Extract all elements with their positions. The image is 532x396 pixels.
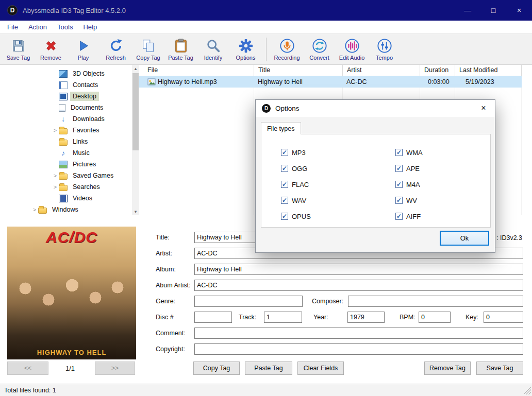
tab-file-types[interactable]: File types — [261, 122, 301, 134]
tree-item-3d-objects[interactable]: 3D Objects — [52, 68, 139, 79]
album-art-band-logo: AC/DC — [7, 229, 136, 246]
tree-item-windows[interactable]: > Windows — [31, 204, 139, 215]
tree-item-videos[interactable]: Videos — [52, 193, 139, 204]
tempo-button[interactable]: Tempo — [368, 35, 401, 64]
maximize-button[interactable]: □ — [480, 0, 506, 21]
ok-button[interactable]: Ok — [440, 231, 489, 246]
remove-button[interactable]: Remove — [35, 35, 67, 64]
downloads-icon: ↓ — [59, 115, 68, 123]
checkbox-ogg[interactable]: ✓ OGG — [281, 164, 307, 173]
windows-folder-icon — [38, 208, 47, 214]
expander-icon[interactable]: > — [31, 206, 38, 213]
column-header-file[interactable]: File — [139, 65, 254, 76]
key-label: Key: — [466, 314, 478, 321]
resize-grip[interactable] — [524, 387, 531, 394]
checkbox-wav[interactable]: ✓ WAV — [281, 196, 306, 204]
save-tag-button[interactable]: Save Tag — [2, 35, 35, 64]
minimize-button[interactable]: — — [455, 0, 480, 21]
tree-item-saved-games[interactable]: > Saved Games — [52, 170, 139, 181]
play-button[interactable]: Play — [67, 35, 99, 64]
column-header-duration[interactable]: Duration — [420, 65, 455, 76]
recording-button[interactable]: Recording — [271, 35, 303, 64]
disc-input[interactable] — [194, 312, 232, 323]
file-name-cell: Highway to Hell.mp3 — [158, 78, 217, 85]
checkbox-ape[interactable]: ✓ APE — [395, 164, 420, 173]
checkbox-checked-icon: ✓ — [395, 181, 403, 188]
checkbox-wma[interactable]: ✓ WMA — [395, 148, 423, 157]
remove-tag-action-button[interactable]: Remove Tag — [424, 361, 471, 375]
tree-item-links[interactable]: Links — [52, 136, 139, 147]
tree-item-desktop[interactable]: Desktop — [52, 91, 139, 102]
menu-action[interactable]: Action — [23, 21, 52, 33]
checkbox-wv[interactable]: ✓ WV — [395, 196, 417, 204]
checkbox-mp3[interactable]: ✓ MP3 — [281, 148, 306, 157]
tree-item-favorites[interactable]: > Favorites — [52, 125, 139, 136]
tree-item-contacts[interactable]: Contacts — [52, 79, 139, 91]
close-button[interactable]: × — [506, 0, 532, 21]
convert-button[interactable]: Convert — [303, 35, 336, 64]
file-row-selected[interactable]: Highway to Hell.mp3 Highway to Hell AC-D… — [139, 76, 522, 88]
expander-icon[interactable]: > — [52, 173, 59, 179]
expander-icon[interactable]: > — [52, 184, 59, 190]
scrollbar-thumb[interactable] — [132, 73, 139, 150]
tree-item-documents[interactable]: Documents — [52, 102, 139, 113]
identify-button[interactable]: Identify — [197, 35, 229, 64]
saved-games-folder-icon — [59, 174, 68, 180]
videos-icon — [59, 195, 68, 202]
scroll-up-icon[interactable]: ▴ — [132, 65, 139, 72]
tree-scrollbar[interactable]: ▴ ▾ — [132, 65, 139, 215]
tree-item-searches[interactable]: > Searches — [52, 181, 139, 193]
expander-icon[interactable]: > — [52, 127, 59, 133]
menu-tools[interactable]: Tools — [52, 21, 78, 33]
year-input[interactable] — [347, 312, 385, 323]
genre-input[interactable] — [194, 296, 303, 307]
refresh-button[interactable]: Refresh — [99, 35, 132, 64]
options-button[interactable]: Options — [229, 35, 262, 64]
comment-input[interactable] — [194, 328, 523, 339]
column-header-title[interactable]: Title — [254, 65, 343, 76]
duration-cell: 0:03:00 — [428, 78, 450, 85]
prev-file-button[interactable]: << — [7, 361, 48, 375]
album-art: AC/DC HIGHWAY TO HELL — [7, 227, 136, 359]
refresh-icon — [108, 38, 124, 54]
checkbox-flac[interactable]: ✓ FLAC — [281, 180, 309, 188]
tree-item-music[interactable]: ♪ Music — [52, 147, 139, 159]
paste-tag-action-button[interactable]: Paste Tag — [245, 361, 292, 375]
track-label: Track: — [239, 314, 256, 321]
copyright-input[interactable] — [194, 343, 523, 355]
options-icon — [238, 38, 254, 54]
remove-icon — [43, 38, 59, 54]
genre-label: Genre: — [156, 298, 175, 305]
next-file-button[interactable]: >> — [95, 361, 135, 375]
tree-item-pictures[interactable]: Pictures — [52, 159, 139, 170]
dialog-close-button[interactable]: × — [472, 100, 495, 116]
checkbox-aiff[interactable]: ✓ AIFF — [395, 212, 421, 220]
checkbox-opus[interactable]: ✓ OPUS — [281, 212, 311, 220]
folder-tree: 3D Objects Contacts Desktop Documents ↓ … — [0, 65, 139, 215]
paste-tag-button[interactable]: Paste Tag — [164, 35, 197, 64]
tree-item-downloads[interactable]: ↓ Downloads — [52, 113, 139, 125]
key-input[interactable] — [484, 312, 523, 323]
checkbox-checked-icon: ✓ — [281, 165, 288, 172]
edit-audio-button[interactable]: Edit Audio — [336, 35, 368, 64]
recording-icon — [279, 38, 295, 54]
album-input[interactable] — [194, 264, 523, 275]
menu-help[interactable]: Help — [78, 21, 102, 33]
column-header-last-modified[interactable]: Last Modified — [455, 65, 522, 76]
copy-icon — [141, 38, 156, 54]
save-tag-action-button[interactable]: Save Tag — [476, 361, 523, 375]
copy-tag-button[interactable]: Copy Tag — [132, 35, 164, 64]
copy-tag-action-button[interactable]: Copy Tag — [193, 361, 240, 375]
documents-icon — [59, 104, 65, 112]
menu-file[interactable]: File — [2, 21, 23, 33]
track-input[interactable] — [264, 312, 302, 323]
album-artist-input[interactable] — [194, 280, 523, 291]
composer-input[interactable] — [348, 296, 523, 307]
column-header-artist[interactable]: Artist — [343, 65, 420, 76]
checkbox-m4a[interactable]: ✓ M4A — [395, 180, 420, 188]
dialog-title: Options — [275, 105, 300, 112]
scroll-down-icon[interactable]: ▾ — [132, 208, 139, 215]
disc-label: Disc # — [156, 314, 174, 321]
clear-fields-button[interactable]: Clear Fields — [297, 361, 344, 375]
bpm-input[interactable] — [419, 312, 451, 323]
